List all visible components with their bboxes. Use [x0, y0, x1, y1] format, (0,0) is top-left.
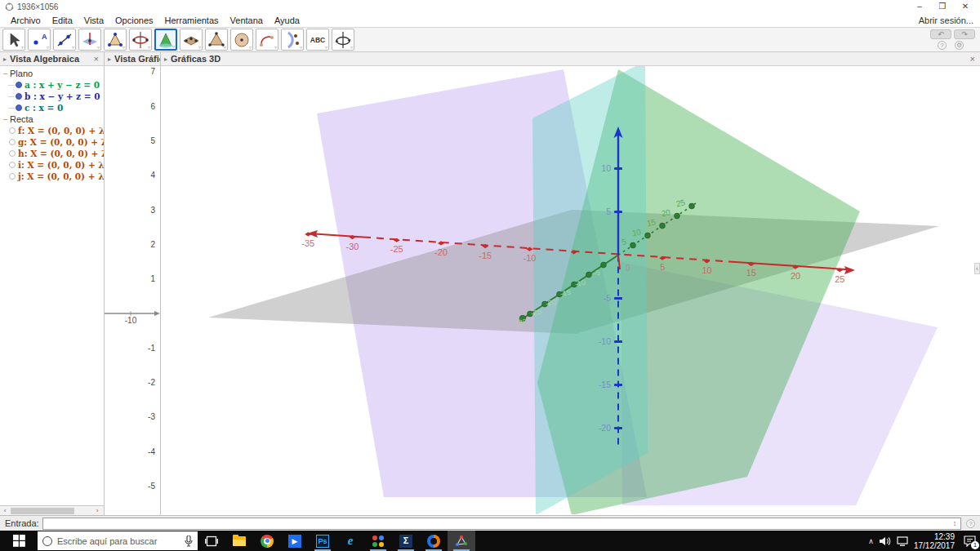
tool-line-button[interactable]: ▿: [53, 29, 76, 51]
tool-polygon-button[interactable]: ▿: [104, 29, 127, 51]
tool-sphere-button[interactable]: ▿: [230, 29, 253, 51]
panel-expand-icon[interactable]: ▸: [108, 56, 111, 63]
algebra-item-c[interactable]: c : x = 0: [0, 102, 104, 113]
minimize-button[interactable]: –: [908, 0, 931, 12]
start-button[interactable]: [0, 531, 38, 551]
menu-opciones[interactable]: Opciones: [109, 16, 158, 25]
menu-edita[interactable]: Edita: [47, 16, 78, 25]
tool-dropdown-icon[interactable]: ▿: [224, 45, 226, 50]
visibility-toggle[interactable]: [16, 93, 22, 100]
sign-in-link[interactable]: Abrir sesión...: [919, 16, 973, 25]
tool-dropdown-icon[interactable]: ▿: [97, 45, 100, 50]
panel-expand-icon[interactable]: ▸: [164, 56, 167, 63]
tool-plane-button[interactable]: ▿: [154, 29, 177, 51]
algebra-item-i[interactable]: i: X = (0, 0, 0) + λ (0, 1: [0, 159, 104, 171]
tool-dropdown-icon[interactable]: ▿: [47, 45, 49, 50]
collapse-icon[interactable]: −: [3, 69, 10, 78]
input-history-stepper-icon[interactable]: ↕: [950, 519, 960, 527]
tool-point-button[interactable]: A▿: [28, 29, 51, 51]
tool-dropdown-icon[interactable]: ▿: [198, 45, 201, 50]
tool-dropdown-icon[interactable]: ▿: [274, 45, 277, 50]
input-help-icon[interactable]: ?: [966, 519, 975, 528]
speaker-icon[interactable]: [880, 536, 891, 546]
tray-chevron-icon[interactable]: ∧: [868, 537, 874, 545]
taskbar-chrome-icon[interactable]: [253, 531, 281, 551]
taskbar-movies-tv-icon[interactable]: ▶: [281, 531, 309, 551]
tool-intersect-planes-button[interactable]: ▿: [180, 29, 203, 51]
menu-vista[interactable]: Vista: [78, 16, 109, 25]
settings-gear-icon[interactable]: ⚙: [955, 41, 964, 50]
group-recta[interactable]: −Recta: [0, 113, 104, 125]
tree-connector: [8, 108, 15, 109]
network-icon[interactable]: [897, 536, 908, 546]
tool-dropdown-icon[interactable]: ▿: [249, 45, 252, 50]
tool-dropdown-icon[interactable]: ▿: [21, 45, 24, 50]
graphics-3d-canvas[interactable]: -35-30-25-20-15-10510152025510152025-5-1…: [161, 66, 980, 515]
algebra-close-icon[interactable]: ×: [92, 54, 100, 64]
tool-dropdown-icon[interactable]: ▿: [325, 45, 327, 50]
menu-archivo[interactable]: Archivo: [5, 16, 47, 25]
command-input[interactable]: [42, 518, 961, 530]
tool-dropdown-icon[interactable]: ▿: [300, 45, 302, 50]
tool-text-button[interactable]: ABC▿: [306, 29, 329, 51]
menu-herramientas[interactable]: Herramientas: [159, 16, 225, 25]
tool-perpendicular-line-button[interactable]: ▿: [78, 29, 101, 51]
action-center-icon[interactable]: 1: [960, 533, 978, 549]
algebra-item-j[interactable]: j: X = (0, 0, 0) + λ (0, 2: [0, 171, 104, 182]
tool-rotation-button[interactable]: ▿: [129, 29, 152, 51]
menu-ayuda[interactable]: Ayuda: [269, 16, 305, 25]
undo-button[interactable]: ↶: [930, 29, 951, 39]
taskbar-task-view-icon[interactable]: [198, 531, 225, 551]
plane-teal[interactable]: [532, 66, 648, 514]
algebra-item-f[interactable]: f: X = (0, 0, 0) + λ (0, 1: [0, 125, 104, 136]
visibility-toggle[interactable]: [9, 150, 16, 157]
taskbar-search-box[interactable]: Escribe aquí para buscar: [38, 531, 198, 550]
tool-rotate-view-button[interactable]: ▿: [332, 29, 354, 51]
object-definition: j: X = (0, 0, 0) + λ (0, 2: [18, 171, 104, 181]
scroll-left-icon[interactable]: ‹: [0, 507, 10, 514]
taskbar-clock[interactable]: 12:39 17/12/2017: [914, 532, 955, 550]
visibility-toggle[interactable]: [9, 173, 16, 180]
tool-dropdown-icon[interactable]: ▿: [72, 45, 74, 50]
tool-reflect-button[interactable]: ▿: [281, 29, 304, 51]
maximize-button[interactable]: ❒: [931, 0, 954, 12]
graphics-2d-canvas[interactable]: 7654321-1-2-3-4-5-10: [105, 66, 160, 515]
taskbar-colorful-grid-icon[interactable]: [364, 531, 392, 551]
visibility-toggle[interactable]: [9, 162, 16, 168]
taskbar-geogebra-icon[interactable]: [448, 531, 475, 551]
collapse-icon[interactable]: −: [3, 115, 10, 124]
taskbar-file-explorer-icon[interactable]: [225, 531, 253, 551]
group-plano[interactable]: −Plano: [0, 68, 104, 79]
algebra-h-scrollbar[interactable]: ‹ ›: [0, 505, 104, 515]
visibility-toggle[interactable]: [9, 127, 16, 134]
algebra-item-b[interactable]: b : x − y + z = 0: [0, 91, 104, 102]
scroll-thumb[interactable]: [11, 508, 74, 514]
tool-dropdown-icon[interactable]: ▿: [148, 45, 150, 50]
tool-dropdown-icon[interactable]: ▿: [172, 44, 175, 49]
tool-move-button[interactable]: ▿: [2, 29, 25, 51]
panel-expand-icon[interactable]: ▸: [3, 56, 7, 63]
redo-button[interactable]: ↷: [954, 29, 975, 39]
help-icon[interactable]: ?: [938, 41, 947, 50]
tool-pyramid-button[interactable]: ▿: [205, 29, 228, 51]
taskbar-photoshop-icon[interactable]: Ps: [309, 531, 336, 551]
tool-dropdown-icon[interactable]: ▿: [350, 45, 353, 50]
visibility-toggle[interactable]: [16, 104, 22, 111]
visibility-toggle[interactable]: [9, 139, 16, 145]
taskbar-internet-explorer-icon[interactable]: e: [336, 531, 364, 551]
panel-resize-handle[interactable]: ‹: [974, 263, 980, 274]
algebra-item-g[interactable]: g: X = (0, 0, 0) + λ (0, -: [0, 136, 104, 148]
scroll-right-icon[interactable]: ›: [92, 507, 102, 514]
taskbar-sigma-icon[interactable]: Σ: [392, 531, 420, 551]
algebra-item-h[interactable]: h: X = (0, 0, 0) + λ (0, -: [0, 148, 104, 159]
microphone-icon[interactable]: [185, 535, 193, 547]
taskbar-swirl-icon[interactable]: [420, 531, 448, 551]
graphics-3d-close-icon[interactable]: ×: [969, 54, 977, 64]
menu-ventana[interactable]: Ventana: [225, 16, 269, 25]
close-button[interactable]: ✕: [954, 0, 977, 12]
tool-dropdown-icon[interactable]: ▿: [122, 45, 125, 50]
svg-text:-4: -4: [148, 447, 155, 456]
visibility-toggle[interactable]: [16, 82, 22, 88]
tool-angle-button[interactable]: ▿: [256, 29, 278, 51]
algebra-item-a[interactable]: a : x + y − z = 0: [0, 79, 104, 91]
